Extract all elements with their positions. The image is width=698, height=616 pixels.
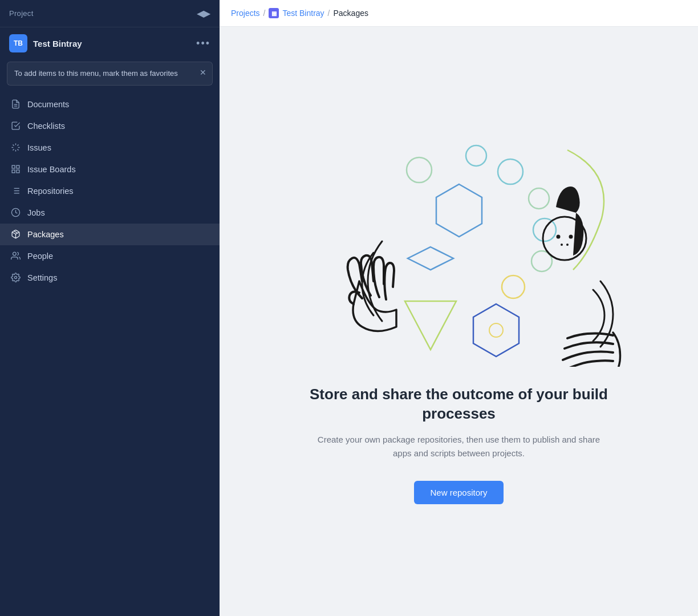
svg-rect-13	[12, 170, 15, 173]
breadcrumb-sep2: /	[328, 9, 330, 18]
breadcrumb-group[interactable]: Test Bintray	[282, 9, 324, 18]
svg-point-39	[569, 235, 573, 239]
sidebar-item-issue-boards[interactable]: Issue Boards	[0, 159, 220, 180]
sidebar-item-settings[interactable]: Settings	[0, 267, 220, 289]
checklists-label: Checklists	[27, 121, 65, 131]
checklists-icon	[10, 121, 21, 131]
main-content: Projects / ▦ Test Bintray / Packages	[220, 0, 698, 616]
svg-point-23	[13, 252, 16, 256]
svg-point-27	[498, 159, 523, 184]
issue-boards-label: Issue Boards	[27, 165, 76, 174]
svg-marker-33	[408, 247, 453, 270]
jobs-label: Jobs	[27, 208, 45, 217]
collapse-icon[interactable]: ◀▶	[197, 8, 210, 19]
breadcrumb-current: Packages	[334, 9, 368, 18]
svg-marker-32	[436, 184, 482, 237]
subtext: Create your own package repositories, th…	[311, 433, 607, 460]
documents-label: Documents	[27, 100, 69, 109]
svg-rect-10	[12, 165, 15, 168]
svg-point-36	[489, 323, 503, 337]
svg-rect-11	[16, 165, 19, 168]
svg-line-5	[17, 149, 18, 151]
sidebar-item-repositories[interactable]: Repositories	[0, 180, 220, 202]
jobs-icon	[10, 208, 21, 218]
settings-label: Settings	[27, 273, 57, 282]
documents-icon	[10, 99, 21, 110]
svg-line-8	[13, 149, 14, 151]
issues-label: Issues	[27, 143, 51, 152]
svg-rect-12	[16, 170, 19, 173]
svg-point-25	[407, 157, 432, 183]
packages-illustration	[294, 139, 624, 367]
settings-icon	[10, 273, 21, 283]
sidebar-item-jobs[interactable]: Jobs	[0, 202, 220, 224]
repositories-icon	[10, 186, 21, 196]
svg-point-24	[14, 276, 17, 278]
project-avatar: TB	[9, 34, 27, 52]
breadcrumb-sep1: /	[263, 9, 266, 18]
packages-icon	[10, 229, 21, 240]
svg-marker-35	[473, 304, 519, 356]
new-repository-button[interactable]: New repository	[414, 481, 503, 504]
tooltip-banner: To add items to this menu, mark them as …	[7, 62, 213, 86]
svg-point-41	[566, 244, 569, 246]
sidebar-header: Project ◀▶	[0, 0, 220, 27]
sidebar-item-checklists[interactable]: Checklists	[0, 115, 220, 137]
tooltip-close-button[interactable]: ✕	[200, 67, 206, 79]
project-more-button[interactable]: •••	[196, 38, 210, 50]
svg-marker-34	[405, 301, 456, 350]
sidebar-title: Project	[9, 9, 34, 18]
tooltip-text: To add items to this menu, mark them as …	[14, 69, 178, 78]
people-label: People	[27, 252, 53, 261]
sidebar-item-issues[interactable]: Issues	[0, 137, 220, 159]
sidebar-item-people[interactable]: People	[0, 245, 220, 267]
sidebar-item-documents[interactable]: Documents	[0, 94, 220, 115]
sidebar: Project ◀▶ TB Test Bintray ••• To add it…	[0, 0, 220, 616]
people-icon	[10, 251, 21, 261]
svg-point-40	[561, 244, 563, 246]
issue-boards-icon	[10, 164, 21, 175]
svg-point-28	[529, 188, 549, 209]
svg-line-21	[14, 231, 17, 233]
issues-icon	[10, 143, 21, 153]
sidebar-item-packages[interactable]: Packages	[0, 224, 220, 245]
group-icon: ▦	[269, 8, 279, 18]
svg-point-26	[466, 145, 486, 166]
repositories-label: Repositories	[27, 187, 74, 196]
nav-list: Documents Checklists	[0, 90, 220, 617]
svg-line-4	[13, 144, 14, 145]
svg-line-9	[17, 144, 18, 145]
content-area: Store and share the outcome of your buil…	[220, 27, 698, 616]
breadcrumb-projects[interactable]: Projects	[231, 9, 260, 18]
headline: Store and share the outcome of your buil…	[299, 385, 619, 424]
sidebar-header-controls: ◀▶	[197, 8, 210, 19]
svg-point-38	[556, 235, 560, 239]
breadcrumb: Projects / ▦ Test Bintray / Packages	[220, 0, 698, 27]
svg-point-31	[502, 275, 525, 298]
project-row: TB Test Bintray •••	[0, 27, 220, 59]
packages-label: Packages	[27, 230, 64, 239]
project-name: Test Bintray	[33, 39, 196, 48]
